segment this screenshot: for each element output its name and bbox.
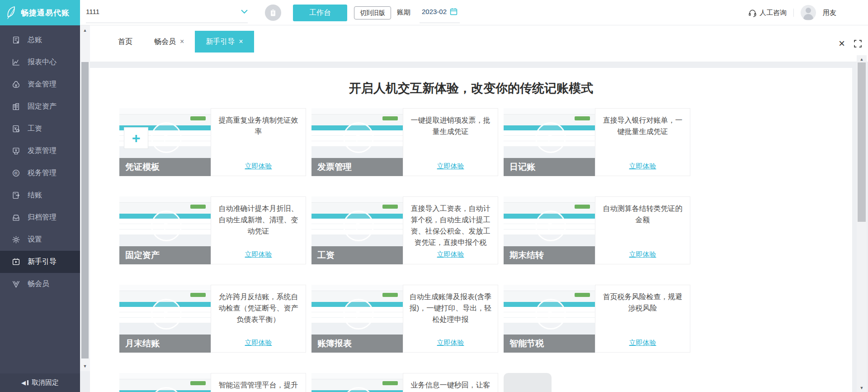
sidebar-item-label: 新手引导 [28, 257, 57, 267]
unpin-sidebar-button[interactable]: ◀ 取消固定 [0, 373, 80, 392]
play-button[interactable] [535, 299, 566, 330]
video-thumbnail[interactable]: 智能节税 [504, 285, 595, 353]
tab-close-icon[interactable]: × [180, 38, 184, 45]
feature-info: 自动测算各结转类凭证的金额立即体验 [595, 196, 690, 264]
sidebar-item-tax-management[interactable]: 税税务管理 [0, 162, 80, 184]
video-thumbnail[interactable] [311, 373, 403, 392]
feature-desc: 业务信息一键秒回，让客 [411, 379, 491, 391]
main-scrollbar[interactable]: ▲ ▼ [857, 55, 867, 392]
play-button[interactable] [343, 299, 374, 330]
video-label: 账簿报表 [311, 335, 403, 353]
sidebar-item-settings[interactable]: 设置 [0, 229, 80, 251]
play-button[interactable] [151, 210, 182, 241]
sidebar-item-salary[interactable]: 工资 [0, 118, 80, 140]
play-button[interactable] [343, 210, 374, 241]
sidebar-item-label: 税务管理 [28, 168, 57, 178]
loading-placeholder [504, 373, 552, 392]
feature-card-cash-journal: 日记账直接导入银行对账单，一键批量生成凭证立即体验 [504, 108, 690, 176]
try-now-link[interactable]: 立即体验 [245, 339, 272, 347]
avatar[interactable] [801, 5, 816, 20]
feature-desc: 直接导入银行对账单，一键批量生成凭证 [599, 115, 686, 137]
feature-info: 提高重复业务填制凭证效率立即体验 [211, 108, 306, 176]
funds-icon [12, 80, 20, 89]
tab-close-icon[interactable]: × [239, 38, 243, 45]
sidebar-item-closing[interactable]: 结账 [0, 184, 80, 206]
sidebar-item-general-ledger[interactable]: 总账 [0, 29, 80, 51]
video-label: 发票管理 [311, 158, 403, 176]
company-selector[interactable]: 1111 [86, 0, 248, 23]
scroll-up-icon[interactable]: ▲ [857, 56, 867, 62]
tab-member[interactable]: 畅会员× [143, 31, 195, 53]
calendar-icon [450, 8, 458, 15]
play-button[interactable] [535, 210, 566, 241]
try-now-link[interactable]: 立即体验 [245, 250, 272, 259]
sidebar-item-label: 工资 [28, 124, 42, 134]
support-button[interactable]: 人工咨询 [748, 9, 787, 17]
play-button[interactable] [151, 122, 182, 153]
play-button[interactable] [343, 122, 374, 153]
try-now-link[interactable]: 立即体验 [245, 162, 272, 171]
try-now-link[interactable]: 立即体验 [629, 250, 656, 259]
leaf-logo-icon [5, 5, 17, 20]
sidebar-item-archive-management[interactable]: 归档管理 [0, 206, 80, 229]
scroll-up-icon[interactable]: ▲ [80, 27, 90, 33]
sidebar-item-member[interactable]: 畅会员 [0, 273, 80, 295]
feature-info: 业务信息一键秒回，让客 [403, 373, 498, 392]
clipboard-icon[interactable] [265, 5, 281, 21]
sidebar-item-label: 设置 [28, 235, 42, 244]
collapse-left-icon: ◀ [21, 380, 26, 386]
period-picker[interactable]: 2023-02 [420, 0, 460, 23]
feature-info: 首页税务风险检查，规避涉税风险立即体验 [595, 285, 690, 353]
switch-old-version-button[interactable]: 切到旧版 [354, 6, 391, 19]
video-thumbnail[interactable]: 月末结账 [119, 285, 211, 353]
try-now-link[interactable]: 立即体验 [629, 162, 656, 171]
video-thumbnail[interactable]: 凭证模板 [119, 108, 211, 176]
sidebar-item-funds-management[interactable]: 资金管理 [0, 73, 80, 96]
member-icon [12, 280, 20, 288]
video-thumbnail[interactable]: 日记账 [504, 108, 595, 176]
tab-label: 畅会员 [154, 37, 176, 47]
video-thumbnail[interactable]: 期末结转 [504, 196, 595, 264]
try-now-link[interactable]: 立即体验 [437, 162, 464, 171]
tab-label: 新手引导 [206, 37, 235, 47]
video-thumbnail[interactable]: 工资 [311, 196, 403, 264]
sidebar-item-newbie-guide[interactable]: 新手引导 [0, 251, 80, 273]
video-thumbnail[interactable]: 账簿报表 [311, 285, 403, 353]
workbench-button[interactable]: 工作台 [293, 5, 347, 21]
feature-card-loading [504, 373, 690, 392]
feature-desc: 自动生成账簿及报表(含季报)，一键打印、导出，轻松处理申报 [407, 291, 494, 325]
feature-desc: 首页税务风险检查，规避涉税风险 [599, 291, 686, 314]
close-pane-icon[interactable]: × [839, 38, 845, 49]
feature-card-period-end-transfer: 期末结转自动测算各结转类凭证的金额立即体验 [504, 196, 690, 264]
tab-guide[interactable]: 新手引导× [195, 31, 254, 53]
sidebar-item-label: 固定资产 [28, 102, 57, 111]
sidebar-item-report-center[interactable]: 报表中心 [0, 51, 80, 73]
sidebar-item-label: 归档管理 [28, 213, 57, 222]
report-icon [12, 58, 20, 67]
app-root: 畅捷通易代账 1111 工作台 切到旧版 账期 2023-02 [0, 0, 868, 392]
feature-desc: 一键提取进销项发票，批量生成凭证 [407, 115, 494, 137]
page-title: 开启人机交互新体验，改变你的传统记账模式 [90, 80, 852, 96]
sidebar-scrollbar-thumb[interactable] [81, 62, 89, 359]
video-thumbnail[interactable]: 发票管理 [311, 108, 403, 176]
video-thumbnail[interactable] [119, 373, 211, 392]
fullscreen-icon[interactable] [854, 40, 862, 48]
try-now-link[interactable]: 立即体验 [629, 339, 656, 347]
sidebar: 总账报表中心资金管理固定资产工资发票管理税税务管理结账归档管理设置新手引导畅会员… [0, 25, 80, 392]
scroll-down-icon[interactable]: ▼ [857, 385, 867, 391]
feature-info: 允许跨月反结账，系统自动检查（凭证断号、资产负债表平衡）立即体验 [211, 285, 306, 353]
sidebar-scrollbar[interactable]: ▲ ▼ [80, 25, 90, 371]
tab-home[interactable]: 首页 [107, 31, 143, 53]
try-now-link[interactable]: 立即体验 [437, 339, 464, 347]
play-button[interactable] [535, 122, 566, 153]
play-button[interactable] [151, 299, 182, 330]
try-now-link[interactable]: 立即体验 [437, 250, 464, 259]
collapse-bar-icon [27, 380, 28, 385]
sidebar-item-fixed-assets[interactable]: 固定资产 [0, 96, 80, 118]
main-scrollbar-thumb[interactable] [858, 62, 866, 222]
sidebar-item-invoice-management[interactable]: 发票管理 [0, 140, 80, 162]
username[interactable]: 用友 [823, 9, 836, 17]
video-thumbnail[interactable]: 固定资产 [119, 196, 211, 264]
scroll-down-icon[interactable]: ▼ [80, 363, 90, 369]
play-icon [164, 310, 171, 318]
